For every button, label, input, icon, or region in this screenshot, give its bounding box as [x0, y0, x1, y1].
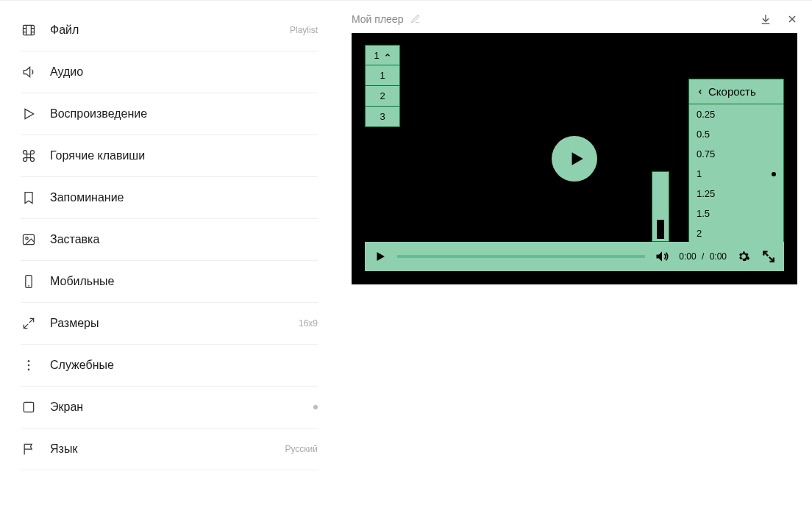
video-player: 1 123 Скорость 0.250.50.7511.251.52 — [352, 33, 797, 284]
speed-option-label: 2 — [697, 228, 702, 239]
speed-option-label: 0.75 — [697, 148, 715, 159]
film-icon — [21, 22, 37, 38]
sidebar-item-meta: Playlist — [290, 25, 318, 35]
speed-option-label: 0.5 — [697, 129, 710, 140]
chevron-up-icon — [384, 51, 391, 59]
speaker-icon — [21, 64, 37, 80]
speed-title: Скорость — [708, 85, 756, 98]
speed-option-label: 0.25 — [697, 109, 715, 120]
speed-option[interactable]: 1.25 — [689, 184, 783, 204]
sidebar-item-playback[interactable]: Воспроизведение — [21, 93, 318, 135]
sidebar-item-label: Воспроизведение — [50, 107, 318, 121]
speed-option[interactable]: 0.75 — [689, 144, 783, 164]
sidebar-item-label: Язык — [50, 442, 285, 456]
fullscreen-button[interactable] — [761, 248, 777, 265]
main-area: Мой плеер 1 123 — [338, 1, 812, 513]
command-icon — [21, 148, 37, 164]
playlist-selector: 1 123 — [365, 45, 400, 127]
playlist-option[interactable]: 2 — [365, 86, 400, 107]
speed-option-label: 1 — [697, 168, 702, 179]
time-display: 0:00 / 0:00 — [679, 251, 727, 262]
speed-option[interactable]: 0.5 — [689, 124, 783, 144]
playlist-option[interactable]: 3 — [365, 107, 400, 127]
speed-option[interactable]: 2 — [689, 223, 783, 243]
sidebar-item-label: Экран — [50, 401, 313, 414]
sidebar-item-screen[interactable]: Экран — [21, 387, 318, 428]
sidebar-item-mobile[interactable]: Мобильные — [21, 261, 318, 303]
edit-title-icon[interactable] — [410, 14, 421, 24]
play-icon — [21, 106, 37, 122]
time-total: 0:00 — [710, 251, 727, 262]
svg-point-4 — [28, 360, 30, 362]
player-title: Мой плеер — [352, 13, 403, 25]
big-play-button[interactable] — [552, 136, 597, 182]
status-dot — [313, 405, 318, 409]
flag-icon — [21, 441, 37, 457]
sidebar-item-label: Заставка — [50, 233, 318, 246]
sidebar-item-lang[interactable]: ЯзыкРусский — [21, 428, 318, 470]
progress-bar[interactable] — [397, 255, 645, 258]
bookmark-icon — [21, 190, 37, 206]
speed-panel: Скорость 0.250.50.7511.251.52 — [688, 79, 784, 244]
speed-option-label: 1.5 — [697, 208, 710, 219]
svg-point-5 — [28, 365, 30, 367]
sidebar-item-sizes[interactable]: Размеры16x9 — [21, 303, 318, 345]
sidebar-item-meta: Русский — [285, 444, 318, 454]
playlist-option[interactable]: 1 — [365, 65, 400, 86]
download-icon[interactable] — [759, 12, 772, 26]
svg-rect-7 — [24, 402, 33, 412]
svg-rect-1 — [24, 234, 35, 244]
speed-option[interactable]: 1 — [689, 164, 783, 184]
sidebar-item-remember[interactable]: Запоминание — [21, 177, 318, 219]
sidebar-item-hotkeys[interactable]: Горячие клавиши — [21, 135, 318, 177]
speed-option[interactable]: 0.25 — [689, 104, 783, 124]
speed-option-label: 1.25 — [697, 188, 715, 199]
time-current: 0:00 — [679, 251, 696, 262]
sidebar-item-audio[interactable]: Аудио — [21, 51, 318, 93]
svg-point-2 — [26, 237, 28, 240]
chevron-left-icon — [697, 88, 704, 96]
controls-bar: 0:00 / 0:00 — [365, 242, 784, 271]
svg-rect-0 — [24, 25, 35, 35]
sidebar-item-label: Размеры — [50, 317, 299, 330]
image-icon — [21, 232, 37, 248]
speed-option[interactable]: 1.5 — [689, 204, 783, 223]
sidebar-item-label: Мобильные — [50, 275, 318, 288]
expand-icon — [21, 315, 37, 331]
sidebar-item-label: Аудио — [50, 65, 318, 79]
sidebar-item-label: Файл — [50, 24, 290, 37]
titlebar: Мой плеер — [352, 8, 799, 30]
sidebar-item-splash[interactable]: Заставка — [21, 219, 318, 261]
time-separator: / — [702, 251, 704, 262]
playlist-current-label: 1 — [374, 50, 379, 61]
sidebar-item-label: Служебные — [50, 359, 318, 372]
volume-fill — [657, 220, 664, 239]
settings-button[interactable] — [736, 248, 752, 265]
sidebar: ФайлPlaylistАудиоВоспроизведениеГорячие … — [0, 1, 338, 513]
sidebar-item-label: Запоминание — [50, 191, 318, 204]
phone-icon — [21, 273, 37, 290]
dots-v-icon — [21, 357, 37, 373]
speed-panel-header[interactable]: Скорость — [689, 79, 783, 104]
play-button[interactable] — [372, 248, 388, 265]
play-icon — [566, 149, 585, 168]
volume-button[interactable] — [654, 248, 670, 265]
speed-selected-dot — [772, 172, 776, 176]
sidebar-item-file[interactable]: ФайлPlaylist — [21, 10, 318, 51]
playlist-current[interactable]: 1 — [365, 45, 400, 65]
svg-point-6 — [28, 369, 30, 371]
close-icon[interactable] — [786, 12, 799, 26]
square-icon — [21, 399, 37, 415]
volume-slider[interactable] — [652, 171, 669, 242]
sidebar-item-meta: 16x9 — [299, 318, 318, 329]
sidebar-item-service[interactable]: Служебные — [21, 345, 318, 387]
sidebar-item-label: Горячие клавиши — [50, 149, 318, 162]
